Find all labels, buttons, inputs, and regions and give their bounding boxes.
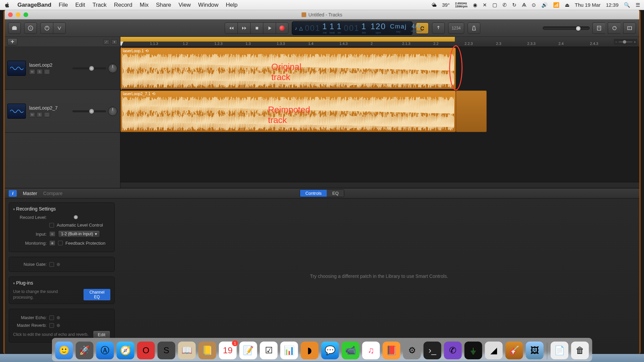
viber-icon[interactable]: ✆ <box>444 342 462 359</box>
editors-button[interactable] <box>53 22 66 34</box>
menu-edit[interactable]: Edit <box>75 2 85 8</box>
cycle-region[interactable] <box>120 37 455 42</box>
audio-region-tail[interactable] <box>456 90 487 132</box>
master-tab[interactable]: Master <box>23 191 37 196</box>
rewind-button[interactable] <box>225 22 237 34</box>
eject-icon[interactable]: ⏏ <box>565 2 570 8</box>
menu-window[interactable]: Window <box>198 2 218 8</box>
viber-icon[interactable]: ✆ <box>502 2 507 8</box>
loop-browser-button[interactable] <box>608 22 621 34</box>
solo-button[interactable]: S <box>37 112 43 117</box>
lock-button[interactable]: ⬚ <box>44 69 50 74</box>
tuner-button[interactable] <box>432 22 445 34</box>
notes-icon[interactable]: 📝 <box>239 342 257 359</box>
reverb-knob[interactable] <box>57 324 60 327</box>
media-browser-button[interactable] <box>623 22 636 34</box>
noise-gate-disclosure[interactable] <box>57 263 60 266</box>
menubar-date[interactable]: Thu 19 Mar <box>575 2 601 8</box>
count-in-display[interactable]: 1234 <box>448 22 464 34</box>
preview-icon[interactable]: 🖼 <box>526 342 544 359</box>
system-preferences-icon[interactable]: ⚙ <box>403 342 421 359</box>
messages-icon[interactable]: 💬 <box>321 342 339 359</box>
status-icon[interactable]: ↻ <box>512 2 517 8</box>
menubar-time[interactable]: 12:39 <box>606 2 619 8</box>
mute-button[interactable]: M <box>29 69 35 74</box>
spotlight-icon[interactable]: 🔍 <box>624 2 630 8</box>
input-select[interactable]: 1-2 (Built-in Input)▾ <box>58 230 100 238</box>
lcd-display[interactable]: ♪ △ 001 1bar 1beat 1div 001 1tick 120bpm… <box>292 21 413 35</box>
calendar-icon[interactable]: 191 <box>219 342 237 359</box>
mute-button[interactable]: M <box>29 112 35 117</box>
menu-mix[interactable]: Mix <box>140 2 148 8</box>
compare-button[interactable]: Compare <box>43 191 63 196</box>
status-icon[interactable]: ▢ <box>492 2 497 8</box>
catch-toggle[interactable]: ▾ <box>111 39 117 45</box>
controls-tab[interactable]: Controls <box>300 190 327 197</box>
safari-icon[interactable]: 🧭 <box>117 342 135 359</box>
smart-controls-button[interactable] <box>40 22 53 34</box>
lock-button[interactable]: ⬚ <box>44 112 50 117</box>
numbers-icon[interactable]: 📊 <box>280 342 298 359</box>
forward-button[interactable] <box>237 22 250 34</box>
add-track-button[interactable]: + <box>7 38 17 46</box>
reminders-icon[interactable]: ☑ <box>260 342 278 359</box>
feedback-checkbox[interactable] <box>58 241 63 245</box>
trash-icon[interactable]: 🗑 <box>571 342 589 359</box>
solo-button[interactable]: S <box>37 69 43 74</box>
play-button[interactable] <box>263 22 276 34</box>
track-header[interactable]: laserLoop2 M S ⬚ <box>5 47 120 90</box>
weather-icon[interactable]: 🌥 <box>432 2 437 8</box>
eq-tab[interactable]: EQ <box>327 190 344 197</box>
track-volume-slider[interactable] <box>72 67 106 69</box>
menu-track[interactable]: Track <box>93 2 107 8</box>
arrange-area[interactable]: 11.1.31.21.2.31.31.3.31.41.4.322.1.32.22… <box>120 37 639 188</box>
metronome-button[interactable] <box>468 22 480 34</box>
echo-knob[interactable] <box>57 316 60 319</box>
stop-button[interactable] <box>250 22 263 34</box>
opera-icon[interactable]: O <box>137 342 155 359</box>
sublime-icon[interactable]: S <box>158 342 175 359</box>
menu-record[interactable]: Record <box>114 2 132 8</box>
terminal-icon[interactable]: ›_ <box>424 342 441 359</box>
channel-eq-plugin[interactable]: Channel EQ <box>84 289 110 300</box>
monitoring-button[interactable]: ◉ <box>49 240 55 246</box>
zoom-window-button[interactable] <box>23 12 28 17</box>
launchpad-icon[interactable]: 🚀 <box>76 342 94 359</box>
record-button[interactable] <box>276 22 288 34</box>
activity-icon[interactable]: ⏚ <box>465 342 482 359</box>
garageband-icon[interactable]: 🎸 <box>505 342 523 359</box>
audio-region[interactable]: laserLoop.1⟲ <box>120 48 456 89</box>
master-echo-checkbox[interactable] <box>49 315 54 320</box>
finder-icon[interactable]: 🙂 <box>55 342 73 359</box>
appstore-icon[interactable]: Ⓐ <box>96 342 114 359</box>
status-icon[interactable]: Ѧ <box>522 2 526 8</box>
menu-help[interactable]: Help <box>226 2 237 8</box>
stereo-button[interactable]: ⊚ <box>49 231 55 237</box>
audio-region[interactable]: laserLoop2_7.1⟲ <box>120 90 456 132</box>
ibooks-icon[interactable]: 📕 <box>383 342 400 359</box>
menu-file[interactable]: File <box>59 2 68 8</box>
record-level-slider[interactable] <box>49 217 110 218</box>
dictionary-icon[interactable]: 📖 <box>178 342 196 359</box>
status-icon[interactable]: ✕ <box>483 2 487 8</box>
itunes-icon[interactable]: ♫ <box>362 342 380 359</box>
track-volume-slider[interactable] <box>72 110 106 112</box>
track-header[interactable]: laserLoop2_7 M S ⬚ <box>5 90 120 133</box>
timeline-ruler[interactable]: 11.1.31.21.2.31.31.3.31.41.4.322.1.32.22… <box>120 37 639 47</box>
status-icon[interactable]: ◉ <box>473 2 477 8</box>
blender-icon[interactable]: ◗ <box>301 342 319 359</box>
wifi-icon[interactable]: 📶 <box>553 2 559 8</box>
track-pan-knob[interactable] <box>108 64 117 73</box>
unity-icon[interactable]: ◢ <box>485 342 503 359</box>
apple-icon[interactable] <box>4 2 10 8</box>
noise-gate-checkbox[interactable] <box>49 262 54 267</box>
facetime-icon[interactable]: 📹 <box>342 342 360 359</box>
horizontal-zoom[interactable]: −+ <box>614 39 637 45</box>
downloads-icon[interactable]: 📄 <box>551 342 569 359</box>
notification-center-icon[interactable]: ☰ <box>636 2 640 8</box>
master-reverb-checkbox[interactable] <box>49 323 54 328</box>
status-icon[interactable]: ⊙ <box>532 2 536 8</box>
quick-help-button[interactable]: ? <box>24 22 37 34</box>
contacts-icon[interactable]: 📒 <box>199 342 216 359</box>
master-volume-slider[interactable] <box>543 26 590 30</box>
